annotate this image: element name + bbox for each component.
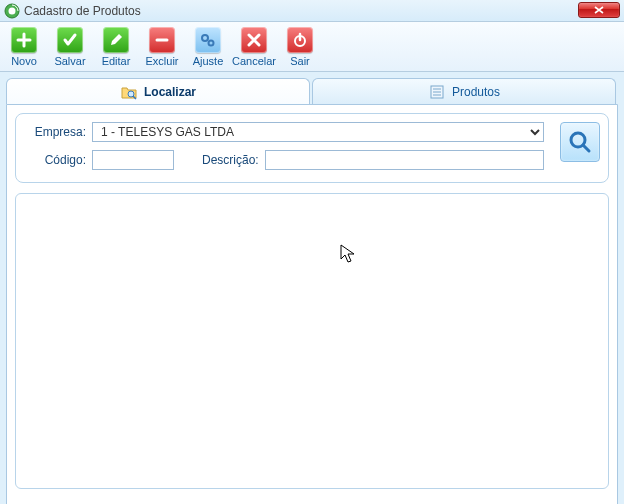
minus-icon — [149, 27, 175, 53]
window-close-button[interactable] — [578, 2, 620, 18]
novo-button[interactable]: Novo — [2, 24, 46, 69]
tab-body-localizar: Empresa: 1 - TELESYS GAS LTDA Código: De… — [6, 104, 618, 504]
tab-localizar[interactable]: Localizar — [6, 78, 310, 104]
search-panel: Empresa: 1 - TELESYS GAS LTDA Código: De… — [15, 113, 609, 183]
descricao-input[interactable] — [265, 150, 544, 170]
cancelar-button[interactable]: Cancelar — [232, 24, 276, 69]
products-list-icon — [428, 83, 446, 101]
search-folder-icon — [120, 83, 138, 101]
check-icon — [57, 27, 83, 53]
search-button[interactable] — [560, 122, 600, 162]
tab-localizar-label: Localizar — [144, 85, 196, 99]
ajuste-button[interactable]: Ajuste — [186, 24, 230, 69]
app-icon — [4, 3, 20, 19]
editar-button[interactable]: Editar — [94, 24, 138, 69]
title-bar: Cadastro de Produtos — [0, 0, 624, 22]
sair-button[interactable]: Sair — [278, 24, 322, 69]
excluir-button[interactable]: Excluir — [140, 24, 184, 69]
pencil-icon — [103, 27, 129, 53]
tab-produtos[interactable]: Produtos — [312, 78, 616, 104]
salvar-label: Salvar — [54, 55, 85, 67]
empresa-select[interactable]: 1 - TELESYS GAS LTDA — [92, 122, 544, 142]
x-icon — [241, 27, 267, 53]
svg-point-3 — [209, 40, 214, 45]
tab-strip: Localizar Produtos — [6, 78, 618, 104]
ajuste-label: Ajuste — [193, 55, 224, 67]
editar-label: Editar — [102, 55, 131, 67]
plus-icon — [11, 27, 37, 53]
codigo-label: Código: — [26, 153, 92, 167]
novo-label: Novo — [11, 55, 37, 67]
tab-produtos-label: Produtos — [452, 85, 500, 99]
descricao-label: Descrição: — [202, 153, 265, 167]
empresa-label: Empresa: — [26, 125, 92, 139]
power-icon — [287, 27, 313, 53]
window-title: Cadastro de Produtos — [24, 4, 141, 18]
gears-icon — [195, 27, 221, 53]
cancelar-label: Cancelar — [232, 55, 276, 67]
main-toolbar: Novo Salvar Editar Excluir Ajuste Cancel — [0, 22, 624, 72]
sair-label: Sair — [290, 55, 310, 67]
svg-point-1 — [9, 7, 16, 14]
codigo-input[interactable] — [92, 150, 174, 170]
svg-point-2 — [202, 35, 208, 41]
magnifier-icon — [567, 129, 593, 155]
excluir-label: Excluir — [145, 55, 178, 67]
salvar-button[interactable]: Salvar — [48, 24, 92, 69]
results-panel — [15, 193, 609, 489]
